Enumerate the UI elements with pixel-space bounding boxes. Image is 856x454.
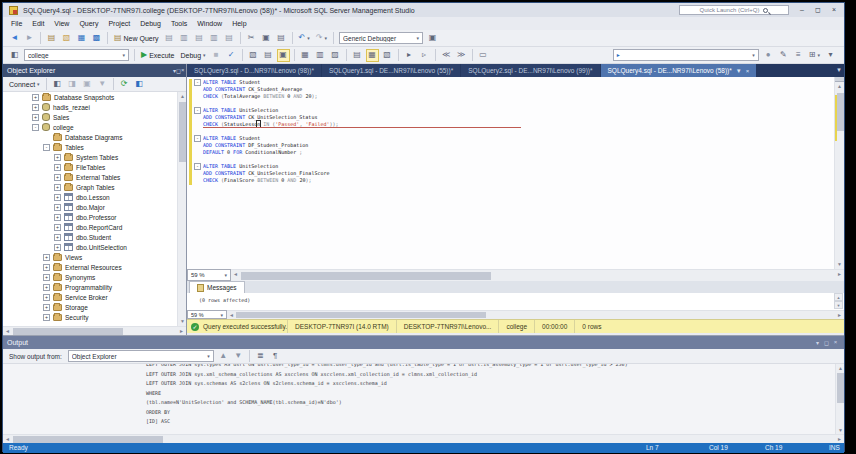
scrollbar-thumb[interactable] (13, 436, 163, 443)
tree-item-system-tables[interactable]: +System Tables (3, 152, 186, 162)
document-tab[interactable]: SQLQuery2.sql - DE...NR97I\Lenovo (99))* (461, 64, 599, 77)
results-to-file-icon[interactable]: ▧ (381, 49, 394, 62)
expand-icon[interactable]: + (43, 254, 50, 261)
expand-icon[interactable]: + (32, 94, 39, 101)
editor-zoom-combo[interactable]: 59 % ▾ (187, 269, 231, 281)
close-icon[interactable]: × (746, 68, 750, 74)
expand-icon[interactable]: + (32, 114, 39, 121)
minimize-button[interactable]: – (794, 3, 810, 16)
server-disconnect-icon[interactable]: ◨ (66, 78, 79, 91)
menu-view[interactable]: View (49, 17, 74, 30)
tree-item-security[interactable]: +Security (3, 312, 186, 322)
client-statistics-icon[interactable]: ▨ (329, 49, 342, 62)
close-button[interactable]: × (826, 3, 842, 16)
scroll-up-icon[interactable]: ▲ (835, 82, 844, 91)
template-parameters-icon[interactable]: ▭ (477, 49, 490, 62)
close-icon[interactable]: × (181, 67, 185, 74)
tree-item-database-diagrams[interactable]: Database Diagrams (3, 132, 186, 142)
object-explorer-horizontal-scrollbar[interactable]: ◄ ► (3, 326, 186, 335)
new-integration-query-icon[interactable]: ▤ (223, 32, 236, 45)
copy-icon[interactable]: ▣ (260, 32, 273, 45)
expand-icon[interactable]: + (54, 204, 61, 211)
tree-item-dbo-unitselection[interactable]: +dbo.UnitSelection (3, 242, 186, 252)
object-explorer-vertical-scrollbar[interactable]: ▲ ▼ (177, 92, 186, 326)
collapse-icon[interactable]: - (32, 124, 39, 131)
messages-horizontal-scrollbar[interactable]: ◄ ► (227, 310, 844, 319)
sql-code-editor[interactable]: ---- ALTER TABLE StudentADD CONSTRAINT C… (187, 77, 844, 269)
expand-icon[interactable]: + (54, 164, 61, 171)
save-all-icon[interactable]: ▩ (90, 32, 103, 45)
intellisense-enabled-icon[interactable]: ▣ (277, 49, 290, 62)
outline-collapse-icon[interactable]: - (194, 135, 201, 142)
query-options-icon[interactable]: ▤ (262, 49, 275, 62)
output-source-combo[interactable]: Object Explorer▾ (68, 350, 214, 362)
goto-next-message-icon[interactable]: ▼ (232, 350, 245, 363)
paste-icon[interactable]: ▤ (275, 32, 288, 45)
tab-messages[interactable]: Messages (189, 281, 245, 293)
menu-tools[interactable]: Tools (166, 17, 192, 30)
document-tab[interactable]: SQLQuery3.sql - D...NR97I\Lenovo (98))* (187, 64, 321, 77)
menu-edit[interactable]: Edit (27, 17, 49, 30)
expand-icon[interactable]: + (43, 314, 50, 321)
server-connect-icon[interactable]: ◧ (51, 78, 64, 91)
expand-icon[interactable]: + (54, 194, 61, 201)
include-actual-plan-icon[interactable]: ▦ (299, 49, 312, 62)
messages-pane[interactable]: (0 rows affected) ▲ ▼ (187, 293, 844, 310)
output-content[interactable]: LEFT OUTER JOIN sys.types AS usrt ON usr… (3, 364, 844, 435)
nav-forward-icon[interactable]: ► (23, 32, 36, 45)
scrollbar-thumb[interactable] (837, 93, 844, 131)
tree-item-hadis-rezaei[interactable]: +hadis_rezaei (3, 102, 186, 112)
tree-item-synonyms[interactable]: +Synonyms (3, 272, 186, 282)
attach-debugger-icon[interactable]: ▣ (426, 32, 439, 45)
connect-button[interactable]: Connect▾ (7, 78, 42, 91)
close-icon[interactable]: × (831, 339, 840, 346)
new-database-engine-query-icon[interactable]: ▤ (163, 32, 176, 45)
undo-button[interactable]: ↶▾ (297, 32, 312, 45)
new-analysis-dmx-query-icon[interactable]: ▤ (193, 32, 206, 45)
comment-selection-icon[interactable]: ▸ (403, 49, 416, 62)
expand-icon[interactable]: + (43, 284, 50, 291)
command-window-icon[interactable]: ≡ (792, 49, 805, 62)
menu-window[interactable]: Window (192, 17, 227, 30)
expand-icon[interactable]: + (54, 234, 61, 241)
word-wrap-icon[interactable]: ¶ (269, 350, 282, 363)
redo-button[interactable]: ↷▾ (314, 32, 329, 45)
expand-icon[interactable]: + (43, 294, 50, 301)
debug-button[interactable]: Debug▾ (178, 49, 207, 62)
scroll-down-icon[interactable]: ▼ (835, 260, 844, 269)
save-icon[interactable]: ▦ (75, 32, 88, 45)
open-file-icon[interactable]: ▧ (60, 32, 73, 45)
tree-item-dbo-reportcard[interactable]: +dbo.ReportCard (3, 222, 186, 232)
stop-icon[interactable]: ▣ (81, 78, 94, 91)
expand-icon[interactable]: + (43, 274, 50, 281)
tree-item-dbo-professor[interactable]: +dbo.Professor (3, 212, 186, 222)
find-combo[interactable]: ▸▾ (613, 49, 759, 61)
menu-help[interactable]: Help (227, 17, 251, 30)
scrollbar-thumb[interactable] (241, 272, 491, 280)
tree-item-dbo-major[interactable]: +dbo.Major (3, 202, 186, 212)
scrollbar-thumb[interactable] (13, 328, 123, 335)
tree-item-external-resources[interactable]: +External Resources (3, 262, 186, 272)
parse-icon[interactable]: ✓ (225, 49, 238, 62)
scroll-up-icon[interactable]: ▲ (834, 293, 843, 301)
expand-icon[interactable]: + (43, 304, 50, 311)
scrollbar-thumb[interactable] (236, 312, 486, 318)
expand-icon[interactable]: + (54, 214, 61, 221)
tree-item-external-tables[interactable]: +External Tables (3, 172, 186, 182)
scroll-down-icon[interactable]: ▼ (178, 317, 187, 326)
increase-indent-icon[interactable]: ≫ (455, 49, 468, 62)
live-query-stats-icon[interactable]: ▥ (314, 49, 327, 62)
scroll-left-icon[interactable]: ◄ (231, 270, 240, 279)
new-project-icon[interactable]: ▤ (45, 32, 58, 45)
tree-item-programmability[interactable]: +Programmability (3, 282, 186, 292)
document-tab[interactable]: SQLQuery4.sql - DE...NR97I\Lenovo (58))*… (601, 64, 757, 77)
pin-icon[interactable]: ◻ (822, 339, 831, 346)
toolbar-overflow-icon[interactable]: ▾ (824, 49, 837, 62)
nav-backward-icon[interactable]: ◄ (8, 32, 21, 45)
active-files-dropdown-icon[interactable]: ▼ (836, 64, 842, 77)
expand-icon[interactable]: + (43, 264, 50, 271)
object-explorer-header[interactable]: Object Explorer ▾◻× (3, 64, 186, 77)
refresh-icon[interactable]: ⟳ (118, 78, 131, 91)
properties-window-icon[interactable]: ✎ (777, 49, 790, 62)
output-horizontal-scrollbar[interactable]: ◄ ► (3, 434, 844, 443)
